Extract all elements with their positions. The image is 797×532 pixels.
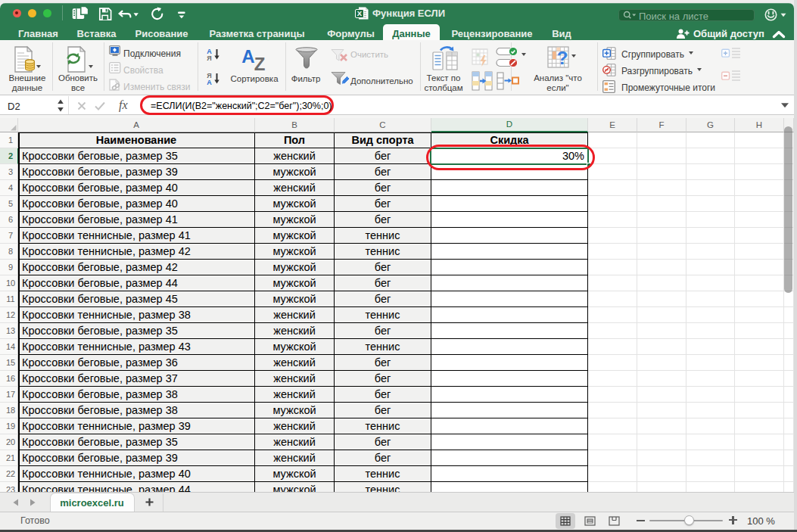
svg-text:Z: Z <box>254 54 266 74</box>
svg-text:X: X <box>357 9 363 17</box>
svg-text:А: А <box>207 79 212 86</box>
svg-text:Я: Я <box>207 54 211 62</box>
svg-text:?: ? <box>557 48 568 68</box>
svg-text:А: А <box>241 46 254 67</box>
